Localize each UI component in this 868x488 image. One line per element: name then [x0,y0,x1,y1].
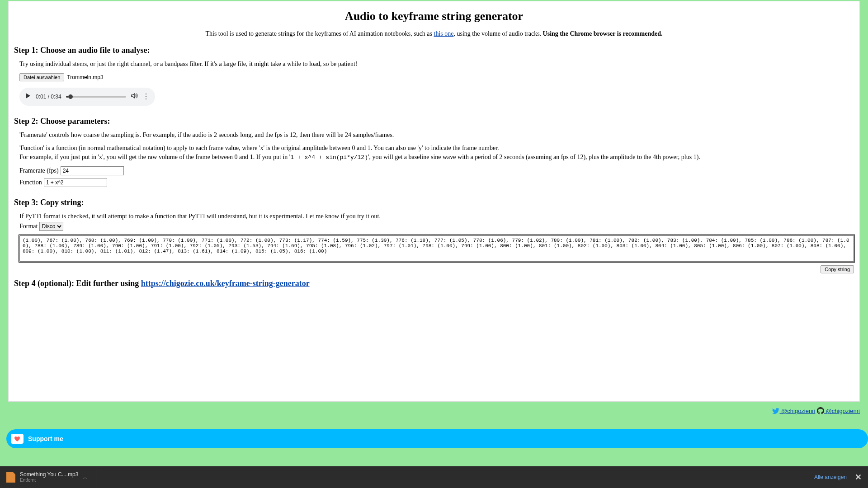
download-bar: Something You C....mp3 Entfernt ︿ Alle a… [0,466,868,488]
kofi-heart-icon [11,434,24,444]
output-textarea[interactable] [19,235,854,262]
volume-icon[interactable] [131,92,138,101]
svg-marker-0 [26,93,30,99]
function-desc-line2-post: ', you will get a baseline sine wave wit… [368,154,700,160]
function-desc-line2-pre: For example, if you just put in 'x', you… [19,154,290,160]
example-notebook-link[interactable]: this one [434,30,454,37]
download-text: Something You C....mp3 Entfernt [20,471,78,483]
function-input[interactable] [44,178,107,187]
play-icon[interactable] [25,93,31,100]
download-filename: Something You C....mp3 [20,471,78,478]
framerate-desc: 'Framerate' controls how coarse the samp… [19,131,854,140]
subtitle-strong: Using the Chrome browser is recommended. [543,30,663,37]
step1-hint: Try using individual stems, or just the … [19,60,854,69]
subtitle-pre: This tool is used to generate strings fo… [205,30,434,37]
step3-content: If PyTTI format is checked, it will atte… [14,212,854,273]
format-row: Format Disco [19,222,854,231]
step4-heading-pre: Step 4 (optional): Edit further using [14,279,141,288]
audio-player[interactable]: 0:01 / 0:34 ⋮ [19,88,155,106]
format-select[interactable]: Disco [39,222,63,231]
support-me-label: Support me [28,435,63,442]
choose-file-button[interactable]: Datei auswählen [19,73,64,81]
copy-string-button[interactable]: Copy string [821,265,854,273]
step2-content: 'Framerate' controls how coarse the samp… [14,131,854,187]
format-label: Format [19,223,38,230]
main-panel: Audio to keyframe string generator This … [8,1,860,402]
file-icon [6,472,15,483]
function-desc-line1: 'Function' is a function (in normal math… [19,145,499,151]
function-desc: 'Function' is a function (in normal math… [19,144,854,162]
step2-heading: Step 2: Choose parameters: [14,117,854,126]
footer-links: @chigozienri @chigozienri [0,405,868,416]
step1-heading: Step 1: Choose an audio file to analyse: [14,46,854,55]
close-icon[interactable]: ✕ [855,472,862,482]
framerate-input[interactable] [61,166,124,175]
pytti-note: If PyTTI format is checked, it will atte… [19,212,854,221]
file-input-row: Datei auswählen Trommeln.mp3 [19,73,854,81]
framerate-row: Framerate (fps) [19,166,854,175]
github-icon [817,407,824,416]
github-link[interactable]: @chigozienri [824,408,860,414]
download-item[interactable]: Something You C....mp3 Entfernt ︿ [6,466,96,488]
twitter-icon [772,408,779,415]
copy-row: Copy string [19,265,854,273]
twitter-link[interactable]: @chigozienri [779,408,815,414]
framerate-label: Framerate (fps) [19,167,59,174]
audio-time: 0:01 / 0:34 [36,94,61,100]
audio-progress-bar[interactable] [66,96,126,98]
step4-heading: Step 4 (optional): Edit further using ht… [14,279,854,288]
function-example-code: 1 + x^4 + sin(pi*y/12) [290,154,368,161]
download-bar-right: Alle anzeigen ✕ [814,472,862,482]
show-all-downloads-link[interactable]: Alle anzeigen [814,474,847,480]
subtitle-mid: , using the volume of audio tracks. [453,30,542,37]
function-label: Function [19,179,42,186]
subtitle: This tool is used to generate strings fo… [14,30,854,38]
chosen-file-name: Trommeln.mp3 [67,74,103,80]
download-status: Entfernt [20,478,78,483]
more-icon[interactable]: ⋮ [142,92,150,101]
support-me-button[interactable]: Support me [6,429,868,448]
page-title: Audio to keyframe string generator [14,9,854,23]
step1-content: Try using individual stems, or just the … [14,60,854,106]
chevron-up-icon[interactable]: ︿ [83,474,88,481]
function-row: Function [19,178,854,187]
step3-heading: Step 3: Copy string: [14,198,854,207]
keyframe-editor-link[interactable]: https://chigozie.co.uk/keyframe-string-g… [141,279,310,288]
